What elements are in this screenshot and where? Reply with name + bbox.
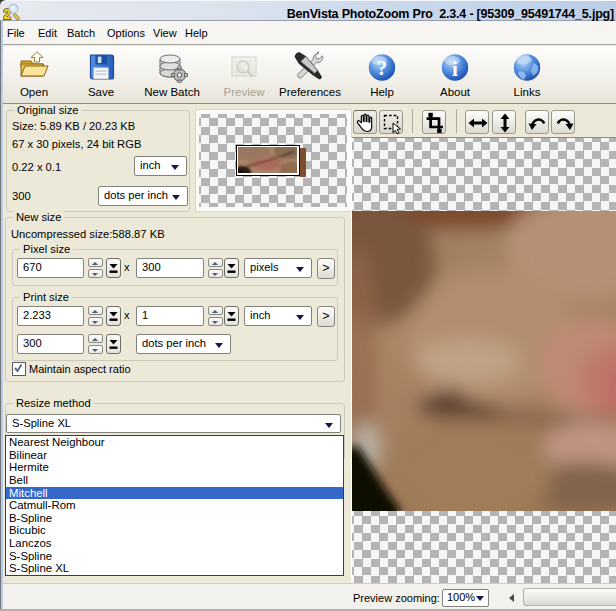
svg-text:?: ? [377, 56, 388, 80]
svg-text:i: i [452, 57, 458, 81]
